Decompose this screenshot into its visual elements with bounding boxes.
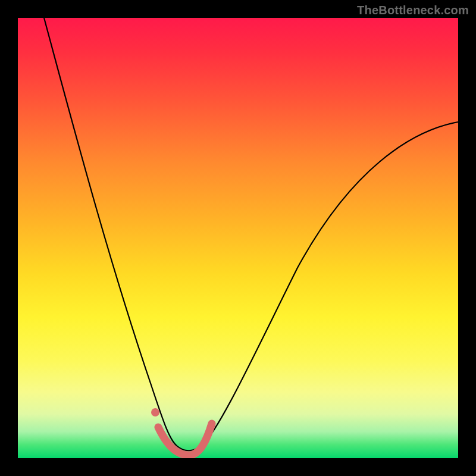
bottleneck-curve (44, 18, 458, 450)
chart-frame: TheBottleneck.com (0, 0, 476, 476)
highlight-dot (151, 408, 159, 416)
watermark-label: TheBottleneck.com (357, 4, 469, 17)
bottleneck-curve-svg (18, 18, 458, 458)
plot-area (18, 18, 458, 458)
